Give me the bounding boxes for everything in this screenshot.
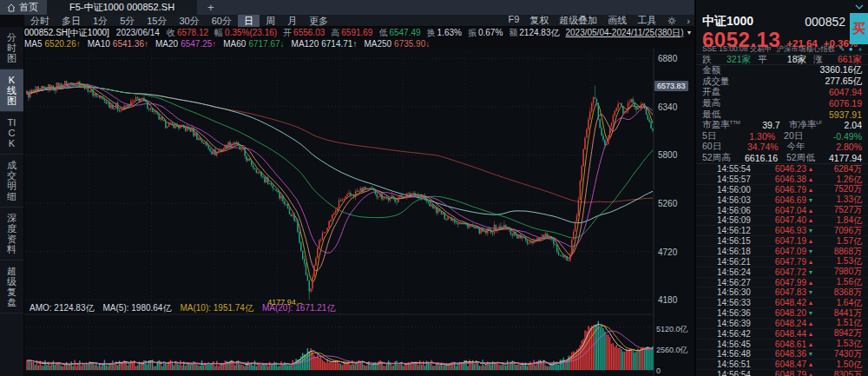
tick-price: 6047.04 xyxy=(762,206,806,215)
amo-value: AMO: 2124.83亿 xyxy=(30,302,94,314)
current-price-marker: 6573.83 xyxy=(654,81,688,91)
ma-label: MA60 xyxy=(223,39,246,49)
tools-list: F9复权超级叠加画线工具 xyxy=(503,14,661,27)
flat-label: 平 xyxy=(758,54,767,66)
tick-price: 6048.42 xyxy=(762,298,806,307)
tick-price: 6047.19 xyxy=(762,236,806,246)
arrow-up-icon: ▲ xyxy=(806,320,815,327)
tick-list[interactable]: 14:55:546046.23▲6284万14:55:576046.38▲1.2… xyxy=(696,164,868,376)
period-button[interactable]: 30分 xyxy=(174,15,206,27)
tick-price: 6048.47 xyxy=(762,360,806,369)
arrow-down-icon: ▼ xyxy=(806,197,815,203)
period-button[interactable]: 周 xyxy=(260,15,281,27)
chevron-right-icon[interactable]: › xyxy=(682,16,694,26)
ma-item: MA106541.36↑ xyxy=(88,39,148,49)
gear-icon[interactable] xyxy=(663,16,681,25)
ma-label: MA120 xyxy=(292,39,319,49)
ohlc-field-label: 振 xyxy=(468,28,477,37)
date-range-selector[interactable]: 2023/05/04-2024/11/25(380日) ▼ xyxy=(565,27,701,39)
tick-time: 14:56:24 xyxy=(717,267,762,277)
panel-header: 中证1000 000852 6052.13 +21.64 +0.36% 买 xyxy=(696,13,868,44)
period-button[interactable]: 1分 xyxy=(87,15,114,27)
tick-price: 6048.44 xyxy=(762,329,806,339)
tick-time: 14:56:51 xyxy=(717,360,762,369)
flat-count: 18家 xyxy=(767,54,807,66)
sidebar-item[interactable]: 超级复盘 xyxy=(0,261,23,313)
toolbar-button[interactable]: 工具 xyxy=(632,14,661,27)
toolbar-button[interactable]: F9 xyxy=(503,14,524,27)
ohlc-field: 收6578.12 xyxy=(167,27,208,39)
arrow-down-icon: ▼ xyxy=(806,269,815,275)
arrow-down-icon: ▼ xyxy=(806,351,815,357)
tick-time: 14:55:57 xyxy=(717,175,762,184)
ohlc-field-label: 高 xyxy=(331,28,339,37)
sidebar-item-label: 分时图 xyxy=(6,32,17,63)
quote-row-value: 6047.94 xyxy=(829,87,862,97)
pair-value-1: 6616.16 xyxy=(731,153,778,163)
caret-down-icon: ▼ xyxy=(686,30,692,36)
sidebar-item-label: K线图 xyxy=(6,75,17,106)
arrow-up-icon: ▲ xyxy=(806,259,815,265)
plus-icon: + xyxy=(207,1,214,14)
tick-row[interactable]: 14:56:546048.79▲8305万 xyxy=(696,370,868,376)
arrow-up-icon: ▲ xyxy=(806,331,815,337)
tick-time: 14:56:39 xyxy=(717,319,762,328)
ma-item: MA56520.26↑ xyxy=(24,39,81,49)
tick-price: 6047.83 xyxy=(762,287,806,297)
tick-price: 6048.79 xyxy=(762,370,806,376)
sidebar-item[interactable]: 分时图 xyxy=(0,27,23,69)
sidebar-item[interactable]: 深度资料 xyxy=(0,208,23,261)
arrow-up-icon: ▲ xyxy=(806,238,815,244)
ohlc-field-label: 收 xyxy=(167,28,175,37)
ma-values-bar: MA56520.26↑MA106541.36↑MA206547.25↑MA606… xyxy=(24,38,694,49)
tick-time: 14:56:36 xyxy=(717,308,762,318)
period-button[interactable]: 多日 xyxy=(56,15,87,27)
period-button[interactable]: 更多 xyxy=(303,15,334,27)
tick-price: 6048.36 xyxy=(762,349,806,359)
tick-time: 14:56:30 xyxy=(717,287,762,297)
ohlc-field: 振0.67% xyxy=(468,27,503,39)
left-sidebar: 分时图K线图TICK成交明细深度资料超级复盘 xyxy=(0,27,24,376)
period-button[interactable]: 日 xyxy=(238,15,260,27)
pair-label-2: 52周低 xyxy=(786,152,815,164)
period-button[interactable]: 月 xyxy=(281,15,303,27)
sidebar-item[interactable]: K线图 xyxy=(0,69,23,112)
quote-row: 金额3360.16亿 xyxy=(696,65,868,76)
period-button[interactable]: 分时 xyxy=(24,15,56,27)
ma-item: MA206547.25↑ xyxy=(155,39,216,49)
ohlc-field-value: 1.63% xyxy=(437,28,462,37)
quote-pair-row: 市盈率TTM39.7市净率LF2.04 xyxy=(696,120,868,131)
quote-row: 最高6076.19 xyxy=(696,98,868,109)
period-button[interactable]: 60分 xyxy=(206,15,238,27)
ma-value: 6735.90↓ xyxy=(394,39,430,49)
tick-time: 14:56:06 xyxy=(717,206,762,215)
tab-active[interactable]: F5-中证1000 000852.SH xyxy=(47,0,197,15)
add-icon[interactable]: ＋ xyxy=(857,45,864,53)
period-button[interactable]: 5分 xyxy=(114,15,141,27)
buy-button[interactable]: 买 xyxy=(850,13,868,44)
sidebar-item[interactable]: 成交明细 xyxy=(0,155,23,208)
tab-home[interactable]: 首页 xyxy=(0,0,47,15)
ohlc-field-label: 开 xyxy=(283,28,292,37)
tick-price: 6047.99 xyxy=(762,278,806,287)
tick-price: 6047.79 xyxy=(762,257,806,267)
price-axis-label: 4180 xyxy=(658,295,677,305)
tick-time: 14:56:33 xyxy=(717,298,762,307)
arrow-up-icon: ▲ xyxy=(806,300,815,306)
toolbar-button[interactable]: 超级叠加 xyxy=(554,14,602,27)
quote-row: 开盘6047.94 xyxy=(696,87,868,98)
last-price: 6052.13 xyxy=(702,28,780,52)
new-tab-button[interactable]: + xyxy=(197,0,225,15)
tick-time: 14:56:21 xyxy=(717,257,762,267)
period-button[interactable]: 15分 xyxy=(141,15,173,27)
toolbar-button[interactable]: 画线 xyxy=(602,14,632,27)
ohlc-field: 开6556.03 xyxy=(283,27,325,39)
chevron-down-icon[interactable] xyxy=(855,4,864,10)
sidebar-item[interactable]: TICK xyxy=(0,112,23,155)
sidebar-item-label: 成交明细 xyxy=(6,160,17,201)
kline-chart[interactable]: AMO: 2124.83亿MA(5): 1980.64亿MA(10): 1951… xyxy=(24,49,694,376)
arrow-up-icon: ▲ xyxy=(806,361,815,367)
toolbar-button[interactable]: 复权 xyxy=(524,14,554,27)
tick-time: 14:56:54 xyxy=(717,370,762,376)
arrow-down-icon: ▼ xyxy=(806,228,815,234)
